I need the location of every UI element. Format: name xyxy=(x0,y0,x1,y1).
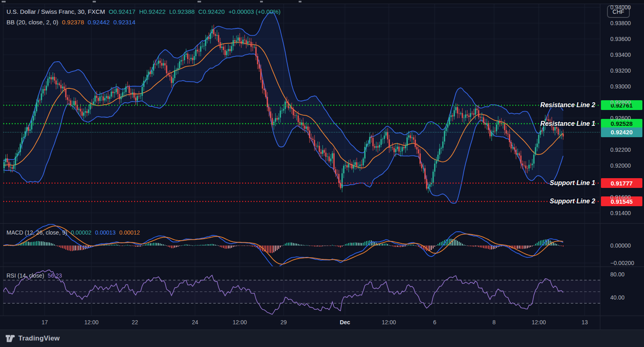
price-axis-tick: 0.92000 xyxy=(610,162,631,169)
time-axis-tick: 17 xyxy=(41,319,48,325)
macd-axis-tick: −0.00200 xyxy=(610,260,634,266)
macd-axis-tick: 0.00000 xyxy=(610,242,631,249)
bb-upper-value: 0.92442 xyxy=(88,19,110,26)
resistance-line-2-label[interactable]: Resistance Line 2 xyxy=(540,101,595,109)
time-axis-tick: 12:00 xyxy=(382,319,396,325)
macd-legend[interactable]: MACD (12, 26, close, 9) 0.00002 0.00013 … xyxy=(7,229,140,236)
time-axis-tick: 12:00 xyxy=(84,319,98,325)
bb-legend[interactable]: BB (20, close, 2, 0) 0.92378 0.92442 0.9… xyxy=(7,19,135,26)
macd-title[interactable]: MACD (12, 26, close, 9) xyxy=(7,229,67,236)
rsi-title[interactable]: RSI (14, close) xyxy=(7,272,44,279)
resistance-line-1-label[interactable]: Resistance Line 1 xyxy=(540,120,595,127)
time-axis-tick: 12:00 xyxy=(531,319,546,325)
ohlc-change: +0.00003 (+0.00%) xyxy=(228,8,280,15)
support-line-1-label[interactable]: Support Line 1 xyxy=(550,179,595,187)
macd-hist-value: 0.00002 xyxy=(71,229,91,236)
tradingview-brand[interactable]: TradingView xyxy=(18,334,60,343)
price-axis-tick: 0.92600 xyxy=(610,115,631,121)
ohlc-open: O0.92417 xyxy=(109,8,136,15)
symbol-legend[interactable]: U.S. Dollar / Swiss Franc, 30, FXCM O0.9… xyxy=(7,8,281,15)
price-axis-tick: 0.93000 xyxy=(610,83,631,90)
price-axis-tick: 0.92200 xyxy=(610,147,631,153)
price-axis-tick: 0.91600 xyxy=(610,194,631,200)
footer-bar: TradingView xyxy=(0,330,644,347)
macd-line-value: 0.00013 xyxy=(95,229,116,236)
ohlc-close: C0.92420 xyxy=(198,8,225,15)
time-axis-tick: 22 xyxy=(132,319,138,325)
ohlc-high: H0.92422 xyxy=(139,8,165,15)
time-axis-tick: 24 xyxy=(192,319,198,325)
bb-basis-value: 0.92378 xyxy=(62,19,84,26)
tradingview-logo-icon[interactable] xyxy=(6,334,15,343)
price-axis-tick: 0.93800 xyxy=(610,20,631,26)
support-line-2-label[interactable]: Support Line 2 xyxy=(550,198,595,205)
price-axis[interactable] xyxy=(600,4,644,316)
time-axis-tick: 8 xyxy=(492,319,496,325)
price-chart-canvas[interactable] xyxy=(0,0,644,330)
price-axis-tick: 0.93400 xyxy=(610,52,631,58)
bb-lower-value: 0.92314 xyxy=(113,19,135,26)
time-axis-tick: Dec xyxy=(340,319,350,325)
time-axis-tick: 13 xyxy=(581,319,588,325)
rsi-axis-tick: 80.00 xyxy=(610,271,624,278)
bb-title[interactable]: BB (20, close, 2, 0) xyxy=(7,19,59,26)
price-axis-tick: 0.93600 xyxy=(610,36,631,42)
price-axis-tick: 0.94000 xyxy=(610,4,631,11)
time-axis-tick: 29 xyxy=(280,319,287,325)
price-axis-tick: 0.91400 xyxy=(610,210,631,216)
rsi-axis-tick: 40.00 xyxy=(610,294,624,301)
symbol-title[interactable]: U.S. Dollar / Swiss Franc, 30, FXCM xyxy=(7,8,105,15)
ohlc-low: L0.92388 xyxy=(169,8,195,15)
macd-signal-value: 0.00012 xyxy=(119,229,140,236)
time-axis-tick: 6 xyxy=(433,319,436,325)
rsi-legend[interactable]: RSI (14, close) 56.23 xyxy=(7,272,62,279)
price-axis-tick: 0.92800 xyxy=(610,99,631,106)
price-axis-tick: 0.93200 xyxy=(610,67,631,74)
time-axis-tick: 12:00 xyxy=(232,319,247,325)
rsi-value: 56.23 xyxy=(48,272,62,279)
